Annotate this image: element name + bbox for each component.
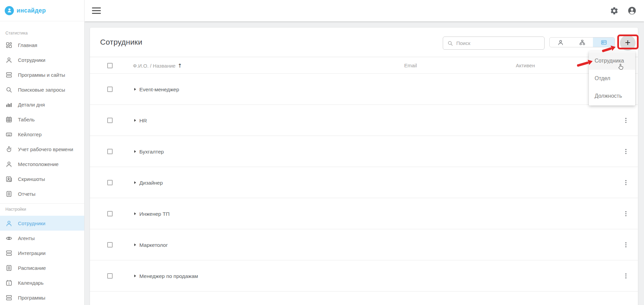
sidebar-item-label: Местоположение: [18, 161, 59, 167]
kebab-icon: [622, 210, 629, 217]
sidebar-item-employees-stats[interactable]: Сотрудники: [0, 52, 84, 67]
row-checkbox[interactable]: [107, 118, 113, 123]
report-icon: [5, 190, 13, 197]
dashboard-icon: [5, 42, 13, 49]
row-name: Дизайнер: [139, 180, 163, 186]
sidebar-item-work-time[interactable]: Учет рабочего времени: [0, 142, 84, 157]
employees-card: Сотрудники + Сотрудника Отдел Должность: [90, 28, 638, 305]
row-checkbox[interactable]: [107, 180, 113, 185]
view-toggle-list[interactable]: [550, 38, 571, 47]
sidebar-item-label: Интеграции: [18, 250, 46, 256]
person-icon: [6, 7, 13, 14]
sidebar-item-location[interactable]: Местоположение: [0, 157, 84, 171]
sidebar-item-agents[interactable]: Агенты: [0, 231, 84, 245]
view-toggle-cards[interactable]: [593, 38, 615, 47]
sidebar-item-label: Расписание: [18, 265, 46, 271]
screenshot-icon: [5, 175, 13, 183]
column-header-active: Активен: [516, 63, 535, 68]
plus-icon: +: [625, 38, 630, 47]
row-menu-button[interactable]: [621, 240, 630, 249]
table-row[interactable]: Дизайнер: [90, 167, 638, 198]
table-row[interactable]: Инженер ТП: [90, 198, 638, 229]
add-button[interactable]: +: [620, 35, 636, 51]
expand-triangle-icon[interactable]: [134, 150, 136, 153]
sidebar-item-home[interactable]: Главная: [0, 38, 84, 52]
menu-item-employee[interactable]: Сотрудника: [589, 52, 635, 70]
select-all-checkbox[interactable]: [107, 63, 113, 68]
sidebar-item-day-details[interactable]: Детали дня: [0, 97, 84, 112]
row-checkbox[interactable]: [107, 149, 113, 154]
sidebar-item-label: Детали дня: [18, 102, 45, 108]
card-header: Сотрудники + Сотрудника Отдел Должность: [90, 28, 638, 57]
sidebar-item-keylogger[interactable]: Кейлоггер: [0, 127, 84, 142]
expand-triangle-icon[interactable]: [134, 88, 136, 91]
row-name: Маркетолог: [139, 242, 168, 248]
table-grid-icon: [5, 116, 13, 123]
brand-logo-icon: [5, 6, 14, 15]
sidebar-item-label: Сотрудники: [18, 220, 45, 226]
sidebar-item-schedule[interactable]: Расписание: [0, 260, 84, 275]
column-header-name[interactable]: Ф.И.О. / Название ↑: [133, 63, 182, 69]
person-icon: [5, 56, 13, 64]
expand-triangle-icon[interactable]: [134, 181, 136, 184]
table-row[interactable]: Менеджер по продажам: [90, 260, 638, 291]
sidebar-divider: [0, 203, 84, 204]
menu-item-position[interactable]: Должность: [589, 87, 635, 105]
sidebar-item-calendar[interactable]: Календарь: [0, 275, 84, 290]
expand-triangle-icon[interactable]: [134, 119, 136, 122]
sidebar-item-timesheet[interactable]: Табель: [0, 112, 84, 127]
row-menu-button[interactable]: [621, 272, 630, 280]
row-menu-button[interactable]: [621, 147, 630, 156]
eye-icon: [5, 235, 13, 242]
sidebar-item-label: Программы: [18, 295, 45, 301]
sidebar-item-employees-settings[interactable]: Сотрудники: [0, 216, 84, 231]
row-checkbox[interactable]: [107, 211, 113, 216]
gear-icon[interactable]: [610, 6, 619, 15]
row-menu-button[interactable]: [621, 209, 630, 218]
table-row[interactable]: Event-менеджер: [90, 74, 638, 105]
layers-icon: [5, 71, 13, 78]
sidebar-item-search-queries[interactable]: Поисковые запросы: [0, 82, 84, 97]
org-chart-icon: [579, 39, 586, 46]
sidebar-item-programs-sites[interactable]: Программы и сайты: [0, 67, 84, 82]
sidebar-item-label: Сотрудники: [18, 57, 45, 63]
view-toggle-org-chart[interactable]: [571, 38, 593, 47]
bar-chart-icon: [5, 101, 13, 108]
person-icon: [5, 161, 13, 168]
table-header: Ф.И.О. / Название ↑ Email Активен: [90, 57, 638, 74]
expand-triangle-icon[interactable]: [134, 275, 136, 277]
section-label-settings: Настройки: [0, 206, 84, 212]
search-input[interactable]: [456, 40, 540, 46]
sidebar-item-label: Скриншоты: [18, 176, 45, 182]
row-checkbox[interactable]: [107, 273, 113, 279]
table-row[interactable]: Бухгалтер: [90, 136, 638, 167]
sidebar-item-integrations[interactable]: Интеграции: [0, 245, 84, 260]
expand-triangle-icon[interactable]: [134, 212, 136, 215]
table-row[interactable]: Маркетолог: [90, 229, 638, 260]
keyboard-icon: [5, 131, 13, 138]
sidebar-item-screenshots[interactable]: Скриншоты: [0, 171, 84, 186]
sidebar-item-label: Отчеты: [18, 191, 36, 197]
row-name: Инженер ТП: [139, 211, 169, 217]
row-checkbox[interactable]: [107, 87, 113, 92]
layers-icon: [5, 250, 13, 257]
sidebar-item-programs[interactable]: Программы: [0, 290, 84, 305]
calendar-icon: [5, 279, 13, 286]
table-row[interactable]: HR: [90, 105, 638, 136]
search-box[interactable]: [443, 37, 545, 50]
person-icon: [557, 39, 564, 46]
add-dropdown-menu: Сотрудника Отдел Должность: [589, 51, 635, 105]
row-menu-button[interactable]: [621, 116, 630, 125]
sidebar-item-reports[interactable]: Отчеты: [0, 186, 84, 201]
id-card-icon: [600, 39, 607, 46]
sidebar-item-label: Программы и сайты: [18, 72, 65, 78]
logo[interactable]: инсайдер: [0, 0, 84, 21]
row-checkbox[interactable]: [107, 242, 113, 248]
menu-item-department[interactable]: Отдел: [589, 70, 635, 87]
account-icon[interactable]: [627, 6, 637, 15]
kebab-icon: [622, 273, 629, 279]
expand-triangle-icon[interactable]: [134, 243, 136, 246]
row-menu-button[interactable]: [621, 178, 630, 187]
kebab-icon: [622, 117, 629, 124]
hamburger-menu-icon[interactable]: [92, 7, 101, 14]
